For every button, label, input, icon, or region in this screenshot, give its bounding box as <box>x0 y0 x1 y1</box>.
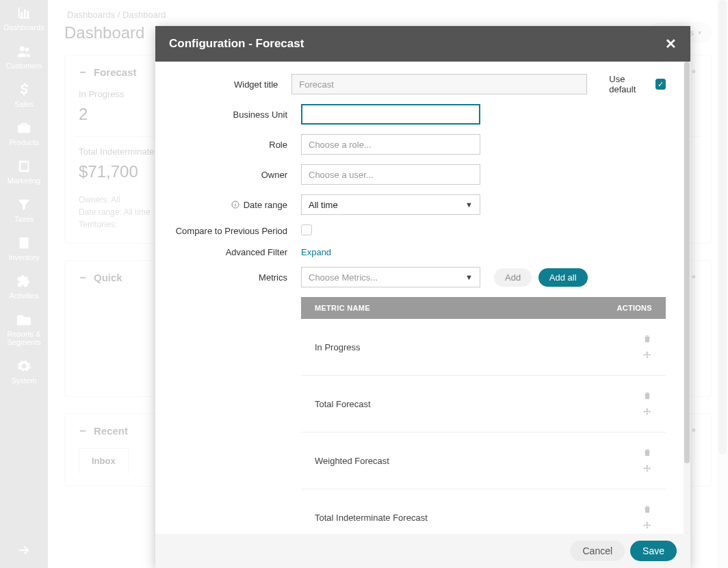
save-button[interactable]: Save <box>630 541 677 561</box>
label-metrics: Metrics <box>168 272 287 283</box>
metrics-table: METRIC NAME ACTIONS In ProgressTotal For… <box>301 297 666 534</box>
move-icon[interactable] <box>642 407 652 417</box>
label-advanced-filter: Advanced Filter <box>168 247 287 257</box>
metrics-select[interactable]: Choose Metrics... ▼ <box>301 267 480 287</box>
modal-header: Configuration - Forecast ✕ <box>155 26 690 62</box>
table-row: Total Indeterminate Forecast <box>301 489 666 534</box>
metric-name: Weighted Forecast <box>315 456 389 466</box>
trash-icon[interactable] <box>642 391 652 400</box>
advanced-filter-expand-link[interactable]: Expand <box>301 247 331 257</box>
table-row: Weighted Forecast <box>301 432 666 489</box>
business-unit-input[interactable] <box>301 104 480 125</box>
widget-title-input[interactable] <box>291 74 587 94</box>
caret-down-icon: ▼ <box>465 273 473 281</box>
trash-icon[interactable] <box>642 334 652 344</box>
info-icon <box>231 201 239 209</box>
table-row: Total Forecast <box>301 375 666 432</box>
trash-icon[interactable] <box>642 448 652 457</box>
metric-name: Total Indeterminate Forecast <box>315 513 428 523</box>
move-icon[interactable] <box>642 464 652 474</box>
owner-input[interactable] <box>301 164 480 185</box>
label-role: Role <box>168 140 287 150</box>
modal-scrollbar-thumb[interactable] <box>684 62 690 463</box>
modal-body: Widget title Use default ✓ Business Unit… <box>155 62 690 534</box>
metric-name: Total Forecast <box>315 399 371 409</box>
label-widget-title: Widget title <box>168 79 278 90</box>
role-input[interactable] <box>301 134 480 155</box>
label-owner: Owner <box>168 170 287 180</box>
label-business-unit: Business Unit <box>168 109 287 120</box>
configuration-modal: Configuration - Forecast ✕ Widget title … <box>155 26 690 568</box>
add-all-button[interactable]: Add all <box>538 268 588 287</box>
metrics-placeholder: Choose Metrics... <box>309 272 378 283</box>
add-button[interactable]: Add <box>494 268 532 287</box>
caret-down-icon: ▼ <box>465 201 473 209</box>
label-compare: Compare to Previous Period <box>168 226 287 236</box>
use-default-label: Use default <box>609 74 650 94</box>
table-row: In Progress <box>301 319 666 375</box>
svg-rect-7 <box>235 203 235 203</box>
date-range-value: All time <box>309 200 338 210</box>
cancel-button[interactable]: Cancel <box>570 541 625 561</box>
close-icon[interactable]: ✕ <box>665 36 677 52</box>
metric-name: In Progress <box>315 342 360 352</box>
move-icon[interactable] <box>642 350 652 360</box>
modal-title: Configuration - Forecast <box>169 37 304 51</box>
col-actions: ACTIONS <box>616 304 652 312</box>
compare-checkbox[interactable] <box>301 224 312 235</box>
col-metric-name: METRIC NAME <box>315 304 370 312</box>
date-range-select[interactable]: All time ▼ <box>301 194 480 215</box>
label-date-range: Date range <box>168 200 287 210</box>
trash-icon[interactable] <box>642 504 652 514</box>
modal-footer: Cancel Save <box>155 534 690 568</box>
svg-rect-6 <box>235 204 235 207</box>
use-default-checkbox[interactable]: ✓ <box>655 79 666 90</box>
move-icon[interactable] <box>642 521 652 530</box>
metrics-table-header: METRIC NAME ACTIONS <box>301 297 666 319</box>
modal-scrollbar[interactable] <box>684 62 690 534</box>
